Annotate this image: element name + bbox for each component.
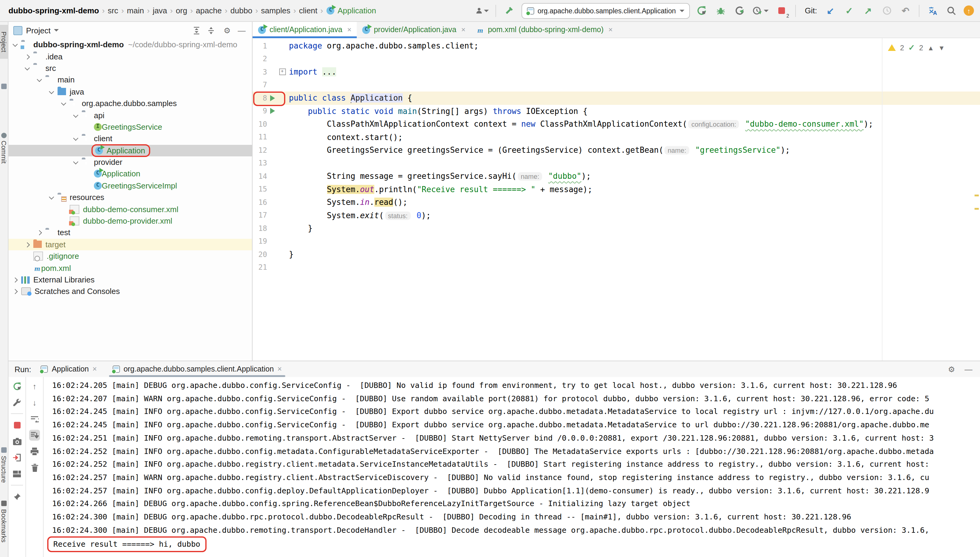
rerun-button[interactable]	[11, 381, 23, 391]
print-icon[interactable]	[29, 446, 40, 457]
soft-wrap-icon[interactable]	[29, 414, 40, 424]
tree-row[interactable]: Application	[8, 168, 252, 180]
tree-row[interactable]: java	[8, 86, 252, 98]
inspections-widget[interactable]: 2 ✓ 2 ▲ ▼	[888, 43, 945, 52]
chevron-down-icon[interactable]	[50, 90, 54, 94]
tree-row[interactable]: provider	[8, 156, 252, 168]
chevron-down-icon[interactable]	[54, 29, 59, 31]
tree-row[interactable]: dubbo-spring-xml-demo~/code/dubbo-spring…	[8, 39, 252, 50]
chevron-down-icon[interactable]	[13, 42, 18, 47]
run-tab[interactable]: Application×	[37, 361, 101, 377]
tree-row[interactable]: client	[8, 133, 252, 145]
breadcrumb-item[interactable]: main	[126, 6, 145, 15]
code-line[interactable]: 2	[253, 52, 980, 65]
breadcrumb-item[interactable]: java	[151, 6, 169, 15]
tree-row[interactable]: External Libraries	[8, 274, 252, 286]
chevron-down-icon[interactable]	[50, 195, 54, 200]
code-line[interactable]: 19	[253, 235, 980, 248]
close-icon[interactable]: ×	[608, 26, 613, 34]
code-line[interactable]: 1package org.apache.dubbo.samples.client…	[253, 39, 980, 52]
run-button[interactable]	[695, 4, 709, 17]
code-line[interactable]: 16 System.in.read();	[253, 196, 980, 209]
code-line[interactable]: 14 String message = greetingsService.say…	[253, 170, 980, 183]
scroll-down-icon[interactable]: ↓	[29, 397, 40, 408]
tree-row[interactable]: src	[8, 62, 252, 74]
code-line[interactable]: 12 GreetingsService greetingsService = (…	[253, 143, 980, 157]
tree-row[interactable]: pom.xml	[8, 262, 252, 274]
run-tab[interactable]: org.apache.dubbo.samples.client.Applicat…	[109, 361, 286, 377]
exit-button[interactable]	[11, 452, 23, 463]
code-viewport[interactable]: 1package org.apache.dubbo.samples.client…	[253, 38, 980, 361]
tree-row[interactable]: GreetingsService	[8, 121, 252, 133]
breadcrumb-item[interactable]: apache	[195, 6, 223, 15]
stop-button[interactable]	[11, 419, 23, 430]
run-console-output[interactable]: 16:02:24.205 [main] DEBUG org.apache.dub…	[44, 377, 980, 557]
breadcrumb-item-current[interactable]: Application	[325, 6, 376, 15]
debug-button[interactable]	[714, 4, 727, 17]
rail-tab-commit[interactable]: Commit	[0, 141, 8, 176]
tree-row[interactable]: api	[8, 109, 252, 121]
code-line[interactable]: 9 public static void main(String[] args)…	[253, 104, 980, 117]
breadcrumb-item[interactable]: org	[175, 6, 189, 15]
translate-icon[interactable]: A	[926, 4, 939, 17]
rail-tab-structure[interactable]: Structure	[0, 456, 8, 493]
breadcrumb-item[interactable]: dubbo-spring-xml-demo	[7, 6, 100, 15]
collapse-all-icon[interactable]	[207, 26, 218, 34]
scroll-up-icon[interactable]: ↑	[29, 381, 40, 391]
chevron-down-icon[interactable]	[37, 78, 42, 82]
code-line[interactable]: 20}	[253, 248, 980, 261]
tree-row[interactable]: main	[8, 74, 252, 86]
settings-gear-icon[interactable]: ⚙	[222, 26, 233, 35]
tree-row[interactable]: GreetingsServiceImpl	[8, 180, 252, 192]
chevron-down-icon[interactable]	[74, 113, 78, 117]
close-icon[interactable]: ×	[347, 26, 351, 34]
tree-row[interactable]: Scratches and Consoles	[8, 285, 252, 297]
settings-gear-icon[interactable]: ⚙	[946, 365, 957, 374]
prev-problem-icon[interactable]: ▲	[927, 44, 934, 51]
search-icon[interactable]	[945, 4, 958, 17]
chevron-right-icon[interactable]	[13, 290, 18, 294]
tree-row[interactable]: .idea	[8, 50, 252, 62]
chevron-right-icon[interactable]	[26, 54, 30, 59]
code-line[interactable]: 11 context.start();	[253, 130, 980, 143]
tree-row[interactable]: target	[8, 238, 252, 250]
close-icon[interactable]: ×	[92, 365, 97, 373]
editor-tab[interactable]: provider/Application.java×	[357, 22, 471, 37]
breadcrumb-item[interactable]: src	[107, 6, 120, 15]
chevron-right-icon[interactable]	[37, 231, 42, 235]
git-rollback-button[interactable]: ↶	[899, 4, 912, 17]
hide-panel-icon[interactable]: —	[236, 26, 247, 35]
tree-row[interactable]: resources	[8, 192, 252, 204]
code-line[interactable]: 7	[253, 78, 980, 91]
next-problem-icon[interactable]: ▼	[938, 44, 945, 51]
tree-row[interactable]: Application	[8, 145, 252, 156]
layout-settings-icon[interactable]	[11, 469, 23, 479]
editor-tab[interactable]: pom.xml (dubbo-spring-xml-demo)×	[471, 22, 618, 37]
build-hammer-icon[interactable]	[502, 4, 516, 17]
project-panel-title[interactable]: Project	[26, 26, 50, 35]
fold-expand-icon[interactable]: +	[279, 69, 286, 75]
folder-icon[interactable]	[1, 84, 6, 89]
code-line[interactable]: 8public class Application {	[253, 91, 980, 104]
stop-button[interactable]: 2	[775, 4, 789, 17]
rail-tab-project[interactable]: Project	[0, 25, 8, 59]
user-avatar-icon[interactable]	[475, 4, 488, 17]
tree-row[interactable]: .gitignore	[8, 250, 252, 262]
chevron-down-icon[interactable]	[74, 137, 78, 141]
modify-run-config-icon[interactable]	[11, 397, 23, 408]
code-line[interactable]: 17 System.exit(status: 0);	[253, 209, 980, 222]
pin-tab-icon[interactable]	[11, 491, 23, 502]
rail-tab-bookmarks[interactable]: Bookmarks	[0, 509, 8, 553]
breadcrumb-item[interactable]: dubbo	[229, 6, 253, 15]
code-line[interactable]: 3+import ...	[253, 65, 980, 78]
code-line[interactable]: 21	[253, 261, 980, 274]
breadcrumb-item[interactable]: client	[298, 6, 319, 15]
code-line[interactable]: 15 System.out.println("Receive result ==…	[253, 183, 980, 196]
chevron-right-icon[interactable]	[26, 243, 30, 247]
git-update-button[interactable]: ↙	[824, 4, 837, 17]
code-line[interactable]: 13	[253, 157, 980, 170]
coverage-button[interactable]	[733, 4, 746, 17]
breadcrumb-item[interactable]: samples	[260, 6, 292, 15]
run-line-icon[interactable]	[270, 108, 275, 114]
chevron-down-icon[interactable]	[62, 101, 66, 106]
